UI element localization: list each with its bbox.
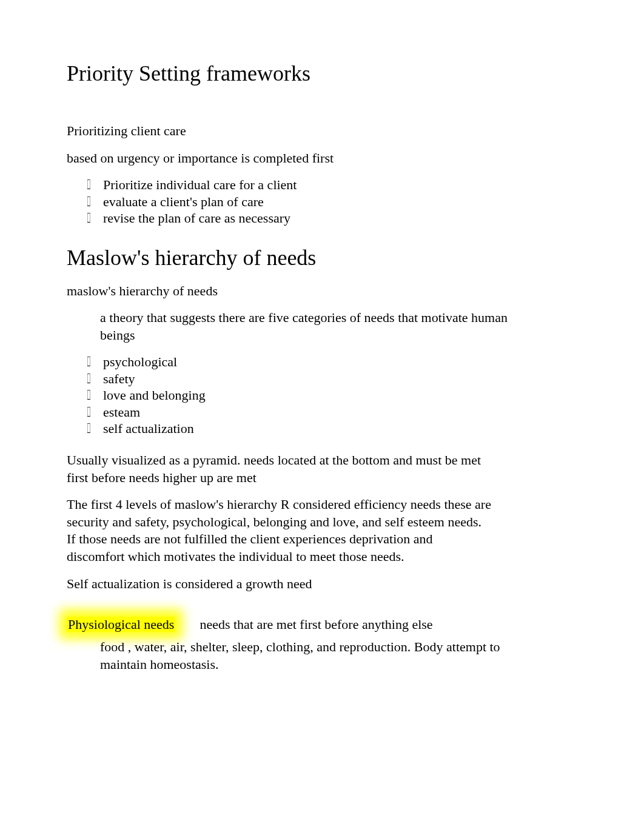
paragraph: The first 4 levels of maslow's hierarchy…: [67, 496, 491, 565]
highlight-label: Physiological needs: [67, 617, 175, 632]
highlighted-text: Physiological needs: [67, 617, 175, 632]
list-item: psychological: [85, 354, 577, 371]
document-page: Priority Setting frameworks Prioritizing…: [0, 0, 644, 673]
physiological-desc: needs that are met first before anything…: [200, 617, 432, 632]
list-item: revise the plan of care as necessary: [85, 210, 577, 227]
list-item: esteam: [85, 404, 577, 421]
physiological-row: Physiological needs needs that are met f…: [67, 617, 491, 632]
paragraph: Usually visualized as a pyramid. needs l…: [67, 452, 491, 486]
paragraph: Self actualization is considered a growt…: [67, 575, 491, 593]
list-item: Prioritize individual care for a client: [85, 176, 577, 193]
bullet-list: Prioritize individual care for a client …: [67, 176, 577, 227]
list-item: safety: [85, 371, 577, 387]
definition-text: a theory that suggests there are five ca…: [100, 309, 525, 344]
paragraph: maslow's hierarchy of needs: [67, 283, 491, 300]
list-item: evaluate a client's plan of care: [85, 193, 577, 210]
list-item: love and belonging: [85, 387, 577, 404]
heading-priority-setting: Priority Setting frameworks: [67, 61, 577, 86]
paragraph: based on urgency or importance is comple…: [67, 150, 491, 167]
heading-maslow: Maslow's hierarchy of needs: [67, 245, 577, 270]
paragraph: Prioritizing client care: [67, 122, 491, 140]
bullet-list: psychological safety love and belonging …: [67, 354, 577, 437]
list-item: self actualization: [85, 420, 577, 437]
physiological-detail: food , water, air, shelter, sleep, cloth…: [100, 639, 525, 673]
